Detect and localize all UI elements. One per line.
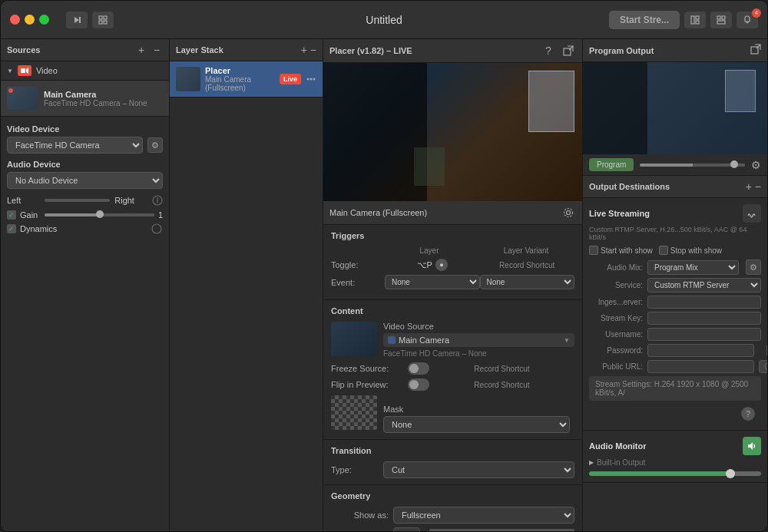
username-input[interactable] [647, 328, 761, 341]
toggle-circle-button[interactable]: ● [435, 259, 448, 271]
event-dropdown[interactable]: None [385, 275, 480, 289]
transition-section: Transition Type: Cut [323, 440, 582, 485]
od-remove-button[interactable]: − [755, 180, 761, 193]
titlebar-right: Start Stre... 4 [609, 11, 758, 29]
ingest-input[interactable] [647, 296, 761, 309]
col-layer-header: Layer [381, 246, 478, 255]
live-streaming-wave-icon[interactable] [743, 204, 761, 223]
help-button[interactable]: ? [741, 407, 755, 421]
left-label: Left [7, 196, 40, 205]
lr-slider[interactable] [45, 199, 111, 202]
sources-panel: Sources + − ▼ Video Main Cam [1, 39, 170, 531]
toggle-record-shortcut-button[interactable]: Record Shortcut [480, 261, 575, 269]
placer-help-icon[interactable]: ? [541, 43, 556, 58]
audio-mix-gear-icon[interactable]: ⚙ [746, 259, 761, 275]
media-control-icon[interactable] [66, 12, 88, 28]
sources-title: Sources [7, 45, 40, 55]
password-input[interactable] [647, 344, 754, 357]
gain-slider[interactable] [45, 213, 154, 216]
video-device-gear[interactable]: ⚙ [147, 137, 163, 153]
copy-button[interactable]: Copy [759, 360, 767, 373]
start-with-show-checkbox[interactable] [589, 246, 598, 255]
od-add-button[interactable]: + [746, 180, 752, 193]
public-url-row: Public URL: Copy [589, 360, 761, 373]
sources-add-button[interactable]: + [135, 44, 147, 56]
svg-rect-5 [104, 21, 107, 24]
placer-popout-icon[interactable] [561, 43, 576, 58]
am-triangle-icon: ▶ [589, 459, 594, 466]
notification-icon[interactable]: 4 [737, 12, 758, 28]
mask-select[interactable]: None [383, 416, 570, 433]
layer-options-icon[interactable] [306, 74, 316, 84]
stream-key-input[interactable] [647, 312, 761, 325]
gain-checkbox[interactable]: ✓ [7, 210, 16, 220]
video-device-select[interactable]: FaceTime HD Camera [7, 137, 143, 154]
flip-preview-label: Flip in Preview: [331, 380, 408, 389]
layout2-icon[interactable] [710, 12, 732, 28]
lr-icon [152, 195, 163, 206]
output-destinations-panel: Output Destinations + − Live Streaming C… [583, 176, 767, 531]
grid-icon[interactable] [92, 12, 114, 28]
toggle-trigger-row: Toggle: ⌥P ● Record Shortcut [331, 259, 574, 271]
layer-item-placer[interactable]: Placer Main Camera (Fullscreen) Live [170, 61, 323, 97]
service-row: Service: Custom RTMP Server [589, 278, 761, 292]
show-as-select[interactable]: Fullscreen [393, 507, 574, 524]
right-panel: Program Output Program ⚙ [583, 39, 767, 531]
source-thumbnail [7, 87, 38, 110]
audio-device-select[interactable]: No Audio Device [7, 172, 163, 189]
start-with-show-check[interactable]: Start with show [589, 246, 653, 255]
preview-dark-overlay [323, 63, 427, 201]
sources-remove-button[interactable]: − [151, 44, 163, 56]
notification-count: 4 [752, 8, 761, 18]
content-section: Content Video Source Main Camera ▼ [323, 300, 582, 440]
output-destinations-header: Output Destinations + − [583, 176, 767, 198]
dynamics-checkbox[interactable]: ✓ [7, 224, 16, 233]
settings-scroll[interactable]: Triggers Layer Layer Variant Toggle: ⌥P … [323, 225, 582, 531]
svg-rect-12 [21, 68, 25, 73]
lr-row: Left Right [7, 195, 163, 206]
close-button[interactable] [10, 15, 20, 25]
event-dropdown2[interactable]: None [480, 275, 575, 289]
layer-avatar [176, 67, 200, 91]
public-url-label: Public URL: [589, 362, 643, 371]
main-camera-source[interactable]: Main Camera FaceTime HD Camera – None [1, 81, 169, 117]
crop-top-slider[interactable] [429, 529, 574, 532]
stop-with-show-check[interactable]: Stop with show [659, 246, 722, 255]
fullscreen-button[interactable] [39, 15, 49, 25]
service-select[interactable]: Custom RTMP Server [647, 278, 761, 292]
video-source-label: Video Source [383, 322, 574, 331]
program-slider[interactable] [640, 164, 745, 167]
svg-marker-13 [26, 68, 28, 74]
layer-stack-remove-button[interactable]: − [310, 44, 316, 56]
transition-type-row: Type: Cut [331, 461, 574, 478]
freeze-toggle[interactable] [408, 362, 429, 375]
minimize-button[interactable] [25, 15, 35, 25]
show-password-button[interactable]: Show [766, 344, 767, 357]
dynamics-icon [151, 223, 163, 234]
source-selector[interactable]: Main Camera ▼ [383, 333, 574, 347]
start-stop-button[interactable]: Start Stre... [609, 11, 680, 29]
stop-with-show-checkbox[interactable] [659, 246, 668, 255]
video-type-icon [18, 65, 31, 76]
password-label: Password: [589, 346, 643, 355]
layout1-icon[interactable] [684, 12, 706, 28]
content-row: Video Source Main Camera ▼ FaceTime HD C… [331, 322, 574, 358]
layer-stack-add-button[interactable]: + [301, 44, 307, 56]
audio-mix-select[interactable]: Program Mix [647, 260, 739, 275]
transition-type-select[interactable]: Cut [383, 461, 574, 478]
layer-settings-icon[interactable] [561, 205, 576, 220]
audio-monitor-slider[interactable] [589, 471, 761, 476]
service-label: Service: [589, 281, 643, 289]
live-streaming-section: Live Streaming Custom RTMP Server, H.26.… [583, 198, 767, 431]
program-gear-icon[interactable]: ⚙ [751, 159, 761, 171]
gain-value: 1 [158, 210, 163, 220]
flip-toggle[interactable] [408, 378, 429, 391]
public-url-input[interactable] [647, 360, 754, 373]
freeze-record-shortcut[interactable]: Record Shortcut [429, 365, 574, 373]
flip-record-shortcut[interactable]: Record Shortcut [429, 381, 574, 389]
program-output-expand-icon[interactable] [750, 44, 761, 57]
audio-monitor-speaker-icon[interactable] [743, 437, 761, 455]
program-button[interactable]: Program [589, 158, 634, 171]
mask-section: Mask None [331, 395, 574, 433]
svg-rect-9 [717, 16, 720, 19]
